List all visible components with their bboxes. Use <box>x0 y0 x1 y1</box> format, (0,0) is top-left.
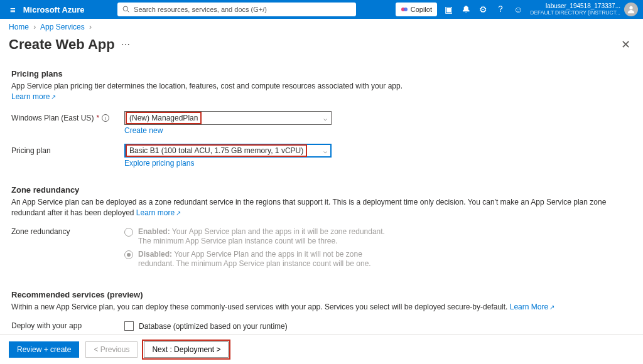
chevron-down-icon: ⌵ <box>323 147 327 154</box>
external-link-icon: ↗ <box>51 94 56 100</box>
review-create-button[interactable]: Review + create <box>9 341 79 358</box>
learn-more-recommended[interactable]: Learn More↗ <box>510 302 554 311</box>
settings-icon[interactable]: ⚙ <box>479 4 487 14</box>
zone-enabled-radio <box>124 228 133 237</box>
external-link-icon: ↗ <box>549 304 554 311</box>
previous-button: < Previous <box>85 341 138 358</box>
database-checkbox[interactable] <box>124 321 134 331</box>
menu-icon[interactable]: ≡ <box>5 4 21 15</box>
recommended-heading: Recommended services (preview) <box>11 290 632 299</box>
svg-point-4 <box>629 6 632 9</box>
windows-plan-dropdown[interactable]: (New) ManagedPlan ⌵ <box>124 111 332 125</box>
copilot-icon <box>401 6 408 13</box>
avatar <box>624 3 638 16</box>
windows-plan-label: Windows Plan (East US) * i <box>11 114 124 122</box>
next-deployment-button[interactable]: Next : Deployment > <box>144 341 229 358</box>
learn-more-zone[interactable]: Learn more↗ <box>136 208 181 217</box>
pricing-heading: Pricing plans <box>11 69 632 78</box>
more-actions-icon[interactable]: ⋯ <box>121 40 130 50</box>
zone-disabled-radio <box>124 250 133 259</box>
breadcrumb-appservices[interactable]: App Services <box>40 23 85 31</box>
svg-line-1 <box>127 11 129 13</box>
copilot-button[interactable]: Copilot <box>396 3 437 16</box>
breadcrumb: Home › App Services › <box>0 19 643 35</box>
feedback-icon[interactable]: ☺︎ <box>514 4 522 14</box>
cloud-shell-icon[interactable]: ▣ <box>445 4 453 14</box>
user-menu[interactable]: labuser_194518_173337... DEFAULT DIRECTO… <box>530 3 638 16</box>
help-icon[interactable]: ？ <box>496 4 505 15</box>
create-new-link[interactable]: Create new <box>124 126 632 135</box>
search-icon <box>122 6 130 13</box>
breadcrumb-home[interactable]: Home <box>9 23 29 31</box>
zone-redundancy-label: Zone redundancy <box>11 227 124 236</box>
notifications-icon[interactable]: 🔔︎ <box>462 4 470 14</box>
brand-label: Microsoft Azure <box>23 5 85 14</box>
close-icon[interactable]: ✕ <box>621 38 630 51</box>
zone-heading: Zone redundancy <box>11 185 632 195</box>
deploy-with-app-label: Deploy with your app <box>11 321 124 330</box>
chevron-down-icon: ⌵ <box>323 115 327 122</box>
explore-pricing-link[interactable]: Explore pricing plans <box>124 159 632 168</box>
svg-point-0 <box>123 6 128 11</box>
svg-point-3 <box>404 8 408 11</box>
info-icon[interactable]: i <box>102 114 109 122</box>
pricing-plan-label: Pricing plan <box>11 146 124 155</box>
external-link-icon: ↗ <box>176 210 181 217</box>
pricing-plan-dropdown[interactable]: Basic B1 (100 total ACU, 1.75 GB memory,… <box>124 144 332 158</box>
learn-more-pricing[interactable]: Learn more↗ <box>11 92 56 101</box>
search-input[interactable]: Search resources, services, and docs (G+… <box>117 3 356 16</box>
page-title: Create Web App <box>9 36 115 53</box>
